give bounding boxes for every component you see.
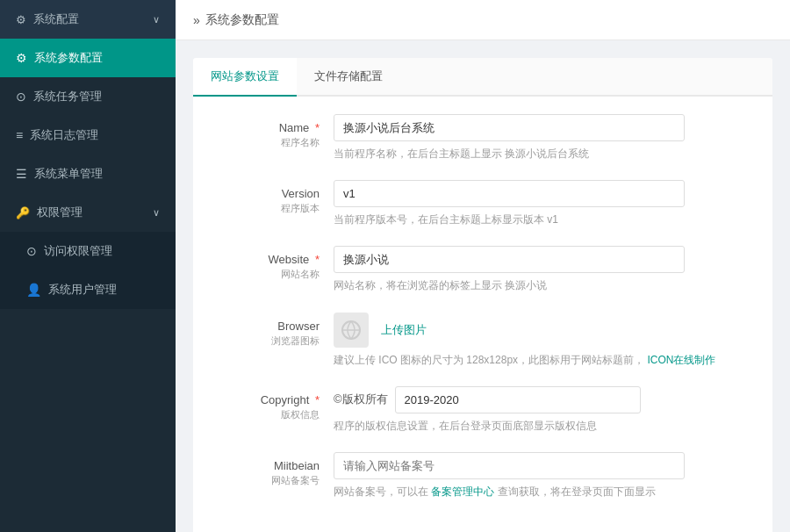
field-label-name: Name * [219,121,320,134]
sidebar-item-access-control-label: 访问权限管理 [44,243,112,259]
sidebar-sub-permissions: ⊙ 访问权限管理 👤 系统用户管理 [0,232,176,309]
sidebar-item-user-manage[interactable]: 👤 系统用户管理 [0,270,176,309]
label-col-website: Website * 网站名称 [219,246,334,281]
input-version[interactable] [334,180,685,207]
double-arrow-icon: » [193,13,200,27]
sidebar-item-sys-logs[interactable]: ≡ 系统日志管理 [0,116,176,155]
hint-miitbeian: 网站备案号，可以在 备案管理中心 查询获取，将在登录页面下面显示 [334,484,746,500]
sidebar-item-sys-tasks[interactable]: ⊙ 系统任务管理 [0,77,176,116]
config-icon: ⚙ [16,13,26,26]
tasks-icon: ⊙ [16,90,26,104]
label-col-miitbeian: Miitbeian 网站备案号 [219,452,334,487]
input-col-name: 当前程序名称，在后台主标题上显示 换源小说后台系统 [334,114,746,162]
form-row-copyright: Copyright * 版权信息 ©版权所有 程序的版权信息设置，在后台登录页面… [219,386,746,435]
settings-card: 网站参数设置 文件存储配置 Name * 程序名称 [193,58,772,532]
beian-center-link[interactable]: 备案管理中心 [431,485,494,498]
field-label-browser: Browser [219,320,320,333]
copyright-prefix: ©版权所有 [334,392,388,407]
sidebar-item-sys-tasks-label: 系统任务管理 [33,89,102,104]
browser-icon [341,320,362,341]
form-row-website: Website * 网站名称 网站名称，将在浏览器的标签上显示 换源小说 [219,246,746,294]
field-sublabel-browser: 浏览器图标 [219,334,320,348]
permissions-icon: 🔑 [16,206,30,219]
icon-maker-link[interactable]: ICON在线制作 [647,354,715,366]
label-col-version: Version 程序版本 [219,180,334,215]
gear-icon: ⚙ [16,51,27,65]
field-sublabel-copyright: 版权信息 [219,408,320,421]
sidebar-item-access-control[interactable]: ⊙ 访问权限管理 [0,232,176,270]
form-row-miitbeian: Miitbeian 网站备案号 网站备案号，可以在 备案管理中心 查询获取，将在… [219,452,746,500]
input-col-browser: 上传图片 建议上传 ICO 图标的尺寸为 128x128px，此图标用于网站标题… [334,313,746,369]
hint-copyright: 程序的版权信息设置，在后台登录页面底部显示版权信息 [334,418,746,435]
tab-bar: 网站参数设置 文件存储配置 [193,58,772,97]
field-label-copyright: Copyright * [219,393,320,406]
label-col-copyright: Copyright * 版权信息 [219,386,334,421]
form-row-name: Name * 程序名称 当前程序名称，在后台主标题上显示 换源小说后台系统 [219,114,746,162]
input-col-copyright: ©版权所有 程序的版权信息设置，在后台登录页面底部显示版权信息 [334,386,746,435]
sidebar-item-user-manage-label: 系统用户管理 [48,282,117,298]
input-col-version: 当前程序版本号，在后台主标题上标显示版本 v1 [334,180,746,228]
topbar: » 系统参数配置 [176,0,790,40]
hint-name: 当前程序名称，在后台主标题上显示 换源小说后台系统 [334,146,746,162]
tab-file-storage[interactable]: 文件存储配置 [297,58,400,97]
input-copyright[interactable] [395,386,641,413]
user-icon: 👤 [26,283,41,297]
required-star-copyright: * [315,393,320,406]
sidebar: ⚙ 系统配置 ∨ ⚙ 系统参数配置 ⊙ 系统任务管理 ≡ 系统日志管理 ☰ 系统… [0,0,176,532]
field-label-version: Version [219,187,320,200]
form-row-version: Version 程序版本 当前程序版本号，在后台主标题上标显示版本 v1 [219,180,746,228]
field-sublabel-miitbeian: 网站备案号 [219,474,320,487]
copyright-input-row: ©版权所有 [334,386,746,413]
sidebar-item-sys-logs-label: 系统日志管理 [30,127,98,143]
main-content: » 系统参数配置 网站参数设置 文件存储配置 Na [176,0,790,532]
sidebar-item-sys-params[interactable]: ⚙ 系统参数配置 [0,39,176,77]
logs-icon: ≡ [16,128,23,142]
field-sublabel-name: 程序名称 [219,136,320,149]
form-body: Name * 程序名称 当前程序名称，在后台主标题上显示 换源小说后台系统 Ve… [193,97,772,532]
page-title: 系统参数配置 [205,12,279,28]
input-col-website: 网站名称，将在浏览器的标签上显示 换源小说 [334,246,746,294]
access-icon: ⊙ [26,244,37,258]
sidebar-item-sys-menus-label: 系统菜单管理 [34,166,103,182]
sidebar-item-sys-menus[interactable]: ☰ 系统菜单管理 [0,155,176,193]
required-star-name: * [315,121,320,134]
hint-browser: 建议上传 ICO 图标的尺寸为 128x128px，此图标用于网站标题前， IC… [334,352,746,369]
upload-area: 上传图片 [334,313,746,348]
field-label-website: Website * [219,253,320,266]
sidebar-group-permissions[interactable]: 🔑 权限管理 ∨ [0,193,176,232]
hint-website: 网站名称，将在浏览器的标签上显示 换源小说 [334,277,746,294]
menus-icon: ☰ [16,167,27,181]
hint-version: 当前程序版本号，在后台主标题上标显示版本 v1 [334,212,746,228]
breadcrumb: » 系统参数配置 [193,12,279,28]
sidebar-item-sys-params-label: 系统参数配置 [34,50,103,66]
required-star-website: * [315,253,320,266]
input-name[interactable] [334,114,685,141]
input-col-miitbeian: 网站备案号，可以在 备案管理中心 查询获取，将在登录页面下面显示 [334,452,746,500]
input-website[interactable] [334,246,685,273]
chevron-down-icon: ∨ [153,14,160,25]
tab-website-params[interactable]: 网站参数设置 [193,58,297,97]
label-col-browser: Browser 浏览器图标 [219,313,334,348]
permissions-chevron-icon: ∨ [153,207,160,219]
sidebar-group-sys-config-label: 系统配置 [33,11,79,27]
sidebar-group-permissions-label: 权限管理 [37,205,83,220]
field-sublabel-website: 网站名称 [219,268,320,281]
upload-button[interactable]: 上传图片 [381,322,427,338]
favicon-placeholder [334,313,369,348]
input-miitbeian[interactable] [334,452,685,479]
sidebar-group-sys-config[interactable]: ⚙ 系统配置 ∨ [0,0,176,39]
field-label-miitbeian: Miitbeian [219,459,320,472]
label-col-name: Name * 程序名称 [219,114,334,149]
field-sublabel-version: 程序版本 [219,202,320,215]
form-row-browser: Browser 浏览器图标 [219,313,746,369]
content-area: 网站参数设置 文件存储配置 Name * 程序名称 [176,40,790,532]
